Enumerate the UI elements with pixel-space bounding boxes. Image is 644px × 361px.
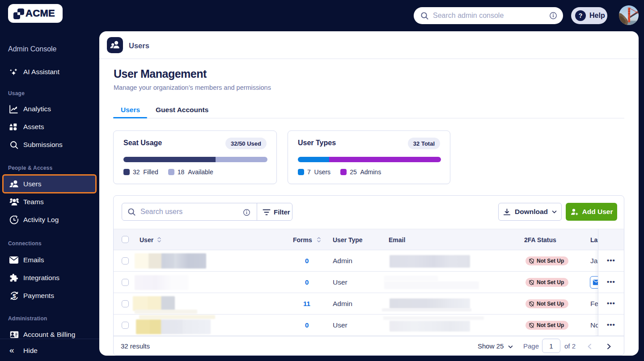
svg-text:$: $ [13, 293, 16, 299]
